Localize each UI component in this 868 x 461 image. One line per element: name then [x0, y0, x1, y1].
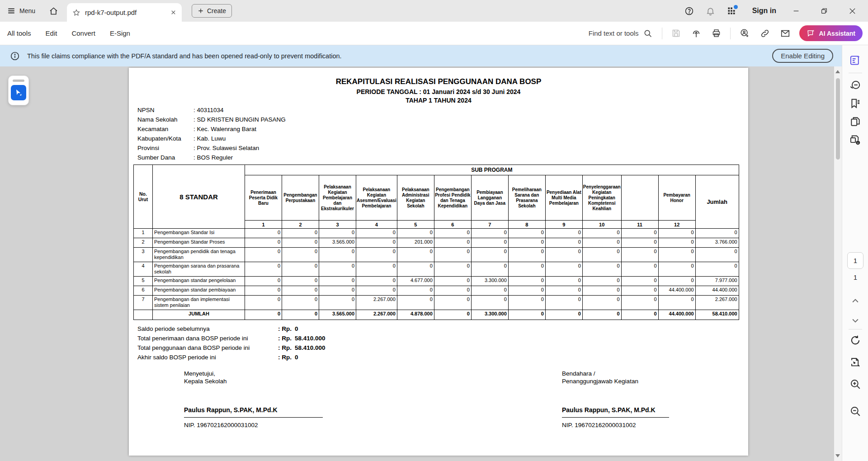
upload-cloud-icon[interactable]: [690, 27, 703, 40]
tab-all-tools[interactable]: All tools: [7, 29, 31, 37]
email-icon[interactable]: [779, 27, 792, 40]
print-icon[interactable]: [710, 27, 722, 39]
meta-label: Nama Sekolah: [137, 116, 193, 123]
row-value: 0: [545, 248, 582, 262]
link-icon[interactable]: [759, 27, 771, 40]
document-tab[interactable]: rpd-k7-output.pdf: [67, 3, 182, 22]
tab-esign[interactable]: E-Sign: [110, 29, 130, 37]
column-number: 8: [508, 221, 545, 229]
page-number-input[interactable]: 1: [847, 252, 863, 269]
total-row-value: 4.878.000: [397, 310, 434, 320]
select-tool-button[interactable]: [11, 85, 26, 100]
row-total: 7.977.000: [695, 277, 739, 286]
row-value: 0: [582, 296, 621, 310]
window-restore-button[interactable]: [818, 5, 830, 17]
save-icon[interactable]: [670, 27, 682, 39]
star-icon[interactable]: [72, 9, 80, 17]
summary-value: 58.410.000: [295, 335, 326, 342]
column-header: [621, 175, 658, 221]
apps-grid-icon[interactable]: [725, 5, 738, 17]
tab-close-icon[interactable]: [170, 9, 176, 15]
meta-value: : SD KRISTEN BUNGIN PASANG: [193, 116, 286, 123]
summary-currency-prefix: : Rp.: [278, 344, 295, 351]
column-header: Penyediaan Alat Multi Media Pembelajaran: [545, 175, 582, 221]
create-button[interactable]: Create: [192, 4, 232, 18]
find-text-button[interactable]: Find text or tools: [589, 29, 652, 38]
row-value: 0: [582, 277, 621, 286]
column-number: 11: [621, 221, 658, 229]
scrollbar-thumb[interactable]: [836, 78, 840, 160]
comments-icon[interactable]: [849, 80, 861, 91]
table-row: 3Pengembangan pendidik dan tenaga kepend…: [134, 248, 739, 262]
row-value: 0: [471, 262, 508, 277]
row-value: 0: [508, 248, 545, 262]
tab-edit[interactable]: Edit: [46, 29, 57, 37]
row-total: 0: [695, 229, 739, 238]
meta-row: Sumber Dana: BOS Reguler: [137, 154, 286, 164]
window-minimize-button[interactable]: [790, 5, 802, 17]
row-value: 0: [245, 238, 282, 248]
summary-label: Total penerimaan dana BOSP periode ini: [137, 335, 278, 342]
zoom-in-icon[interactable]: [849, 378, 861, 390]
signature-role: Penanggungjawab Kegiatan: [562, 377, 669, 385]
row-value: 0: [245, 248, 282, 262]
column-header: Pelaksanaan Kegiatan Asesmen/Evaluasi Pe…: [356, 175, 397, 221]
request-signature-icon[interactable]: [738, 27, 751, 40]
row-value: 0: [621, 248, 658, 262]
column-header: Pelaksanaan Administrasi Kegiatan Sekola…: [397, 175, 434, 221]
row-value: 0: [508, 277, 545, 286]
toolbar-divider: [662, 28, 662, 39]
scroll-up-arrow[interactable]: [835, 70, 840, 73]
home-button[interactable]: [49, 6, 58, 16]
column-number: 10: [582, 221, 621, 229]
total-row-value: 3.300.000: [471, 310, 508, 320]
titlebar: Menu rpd-k7-output.pdf Create Sign in: [0, 0, 868, 22]
row-value: 0: [582, 248, 621, 262]
bookmarks-icon[interactable]: [849, 98, 861, 109]
export-info-icon[interactable]: [849, 134, 861, 146]
row-value: 0: [282, 277, 319, 286]
fit-page-icon[interactable]: [849, 356, 861, 368]
row-value: 0: [434, 248, 471, 262]
row-value: 0: [471, 229, 508, 238]
meta-row: Nama Sekolah: SD KRISTEN BUNGIN PASANG: [137, 116, 286, 126]
row-number: 5: [134, 277, 153, 286]
menu-button[interactable]: Menu: [7, 7, 35, 15]
summary-label: Total penggunaan dana BOSP periode ini: [137, 344, 278, 351]
rotate-icon[interactable]: [849, 334, 861, 346]
window-close-button[interactable]: [846, 5, 859, 18]
tab-convert[interactable]: Convert: [71, 29, 95, 37]
ai-summary-icon[interactable]: [849, 54, 861, 66]
row-value: 0: [356, 229, 397, 238]
row-value: 0: [245, 296, 282, 310]
notifications-bell-icon[interactable]: [704, 5, 717, 18]
vertical-scrollbar[interactable]: [834, 66, 842, 461]
sign-in-button[interactable]: Sign in: [752, 7, 776, 15]
row-value: 0: [658, 262, 695, 277]
signature-role: Menyetujui,: [184, 370, 323, 377]
zoom-out-icon[interactable]: [849, 405, 861, 417]
row-value: 2.267.000: [356, 296, 397, 310]
row-value: 0: [621, 262, 658, 277]
row-value: 0: [319, 296, 356, 310]
column-number: 3: [319, 221, 356, 229]
row-number: 7: [134, 296, 153, 310]
pages-icon[interactable]: [849, 116, 861, 127]
row-value: 0: [397, 262, 434, 277]
next-page-chevron-icon[interactable]: [851, 316, 860, 325]
meta-value: : 40311034: [193, 107, 224, 113]
scroll-down-arrow[interactable]: [835, 454, 840, 457]
pdf-page: REKAPITULASI REALISASI PENGGUNAAN DANA B…: [129, 68, 748, 456]
previous-page-chevron-icon[interactable]: [851, 296, 860, 306]
column-number: 5: [397, 221, 434, 229]
drag-handle[interactable]: [13, 80, 24, 82]
help-icon[interactable]: [683, 5, 696, 18]
row-value: 44.400.000: [658, 286, 695, 296]
row-value: 0: [282, 262, 319, 277]
row-value: 0: [545, 229, 582, 238]
summary-currency-prefix: : Rp.: [278, 335, 295, 342]
row-total: 2.267.000: [695, 296, 739, 310]
ai-assistant-button[interactable]: AI Assistant: [799, 25, 863, 41]
row-total: 0: [695, 262, 739, 277]
enable-editing-button[interactable]: Enable Editing: [772, 49, 833, 63]
